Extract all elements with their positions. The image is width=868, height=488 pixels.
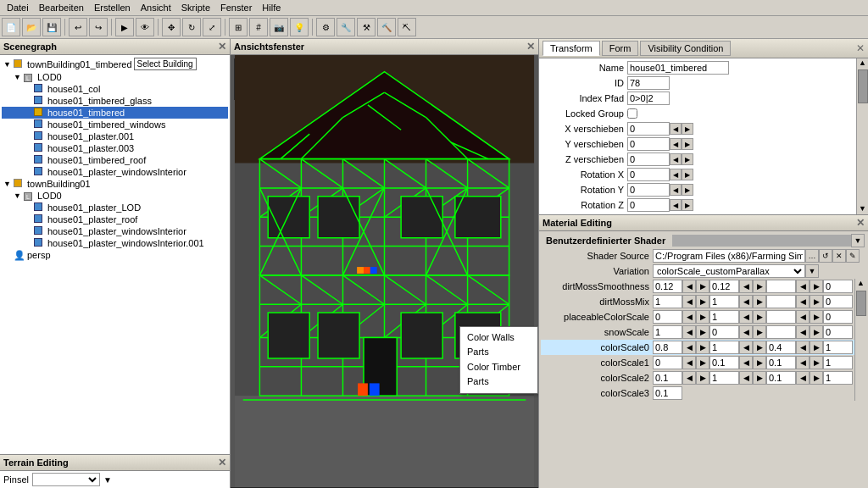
toolbar-camera[interactable]: 📷	[270, 18, 288, 36]
attr-input-name[interactable]	[627, 61, 729, 75]
mat-v3-dirt-smooth[interactable]	[766, 280, 796, 293]
mat-variation-dropdown[interactable]: colorScale_customParallax	[653, 264, 805, 278]
mat-v3-colorscale0[interactable]	[766, 341, 796, 354]
mat-arr7-l1[interactable]: ◀	[682, 371, 696, 385]
mat-arr5-l1[interactable]: ◀	[682, 341, 696, 354]
scroll-thumb[interactable]	[858, 69, 868, 103]
attr-input-z[interactable]	[627, 152, 670, 166]
mat-arr3-l3[interactable]: ◀	[796, 310, 810, 324]
mat-arr3-r3[interactable]: ▶	[810, 310, 823, 324]
tree-item-townBuilding01[interactable]: ▼ townBuilding01	[2, 178, 228, 190]
tab-form[interactable]: Form	[602, 41, 639, 56]
tree-item-house01_timbered_windows[interactable]: house01_timbered_windows	[2, 119, 228, 130]
attr-input-x[interactable]	[627, 122, 670, 136]
mat-arr6-r2[interactable]: ▶	[753, 356, 766, 369]
mat-arr-r3[interactable]: ▶	[810, 280, 823, 293]
attr-arrow-z-left[interactable]: ◀	[670, 153, 682, 165]
attr-arrow-rx-right[interactable]: ▶	[682, 169, 693, 180]
expand-icon[interactable]: ▼	[3, 60, 14, 69]
attr-checkbox-locked[interactable]	[627, 108, 637, 119]
mat-arr2-r3[interactable]: ▶	[810, 295, 823, 308]
attr-input-rx[interactable]	[627, 168, 670, 181]
tree-item-house01_timbered_roof[interactable]: house01_timbered_roof	[2, 154, 228, 166]
mat-v3-snow[interactable]	[766, 325, 796, 339]
mat-arr7-r2[interactable]: ▶	[753, 371, 766, 385]
attr-arrow-ry-right[interactable]: ▶	[682, 184, 693, 196]
mat-arr7-l3[interactable]: ◀	[796, 371, 810, 385]
scenegraph-close[interactable]: ✕	[218, 41, 226, 53]
toolbar-extra1[interactable]: ⚙	[316, 18, 335, 36]
mat-v4-colorscale2[interactable]	[823, 371, 853, 385]
mat-arr5-l3[interactable]: ◀	[796, 341, 810, 354]
mat-arr4-r2[interactable]: ▶	[753, 325, 766, 339]
material-scrollbar[interactable]: ▲	[854, 279, 866, 401]
mat-dropdown-btn[interactable]: ▼	[851, 234, 865, 247]
toolbar-open[interactable]: 📂	[22, 18, 41, 36]
mat-arr5-r3[interactable]: ▶	[810, 341, 823, 354]
menu-fenster[interactable]: Fenster	[215, 1, 257, 14]
menu-ansicht[interactable]: Ansicht	[136, 1, 176, 14]
mat-v3-colorscale1[interactable]	[766, 356, 796, 369]
mat-v4-dirt-mix[interactable]	[823, 295, 853, 308]
mat-v2-snow[interactable]	[709, 325, 739, 339]
toolbar-extra3[interactable]: ⚒	[357, 18, 376, 36]
tree-item-lod0-1[interactable]: ▼ L LOD0	[2, 71, 228, 83]
mat-arr4-l3[interactable]: ◀	[796, 325, 810, 339]
menu-hilfe[interactable]: Hilfe	[257, 1, 286, 14]
mat-arr3-l1[interactable]: ◀	[682, 310, 696, 324]
tree-item-house01_plaster003[interactable]: house01_plaster.003	[2, 142, 228, 154]
mat-v1-placeable[interactable]	[653, 310, 682, 324]
tree-item-persp[interactable]: 👤 persp	[2, 249, 228, 261]
mat-v2-colorscale0[interactable]	[709, 341, 739, 354]
mat-variation-arrow[interactable]: ▼	[805, 264, 819, 278]
tree-item-house01_plaster_windowsInterior[interactable]: house01_plaster_windowsInterior	[2, 166, 228, 178]
toolbar-extra5[interactable]: ⛏	[398, 18, 416, 36]
tree-item-house01_plaster_windowsInterior001[interactable]: house01_plaster_windowsInterior.001	[2, 237, 228, 249]
tree-item-lod0-2[interactable]: ▼ L LOD0	[2, 190, 228, 202]
mat-scroll-up[interactable]: ▲	[857, 279, 865, 289]
mat-arr3-r2[interactable]: ▶	[753, 310, 766, 324]
pinsel-dropdown[interactable]	[32, 473, 100, 486]
attr-input-ry[interactable]	[627, 183, 670, 197]
terrain-close[interactable]: ✕	[218, 457, 226, 469]
toolbar-undo[interactable]: ↩	[69, 18, 87, 36]
menu-erstellen[interactable]: Erstellen	[89, 1, 136, 14]
mat-v1-snow[interactable]	[653, 325, 682, 339]
mat-v1-colorscale1[interactable]	[653, 356, 682, 369]
mat-v1-dirt-mix[interactable]	[653, 295, 682, 308]
material-close[interactable]: ✕	[856, 217, 865, 229]
toolbar-snap[interactable]: ⊞	[229, 18, 248, 36]
mat-v1-colorscale0[interactable]	[653, 341, 682, 354]
toolbar-redo[interactable]: ↪	[89, 18, 108, 36]
mat-arr2-l2[interactable]: ◀	[739, 295, 753, 308]
mat-v4-colorscale0[interactable]	[823, 341, 853, 354]
toolbar-rotate[interactable]: ↻	[182, 18, 201, 36]
mat-arr-r1[interactable]: ▶	[696, 280, 709, 293]
mat-arr5-r1[interactable]: ▶	[696, 341, 709, 354]
scroll-up[interactable]: ▲	[859, 58, 866, 69]
mat-v2-dirt-smooth[interactable]	[709, 280, 739, 293]
mat-arr6-r1[interactable]: ▶	[696, 356, 709, 369]
attribute-close[interactable]: ✕	[856, 42, 865, 54]
mat-arr5-r2[interactable]: ▶	[753, 341, 766, 354]
tree-area[interactable]: ▼ townBuilding01_timbered Select Buildin…	[0, 55, 230, 454]
mat-v2-placeable[interactable]	[709, 310, 739, 324]
mat-v2-dirt-mix[interactable]	[709, 295, 739, 308]
mat-arr7-l2[interactable]: ◀	[739, 371, 753, 385]
mat-arr-l2[interactable]: ◀	[739, 280, 753, 293]
toolbar-scale[interactable]: ⤢	[203, 18, 221, 36]
mat-arr6-r3[interactable]: ▶	[810, 356, 823, 369]
mat-v4-placeable[interactable]	[823, 310, 853, 324]
attr-arrow-z-right[interactable]: ▶	[682, 153, 693, 165]
mat-arr3-l2[interactable]: ◀	[739, 310, 753, 324]
expand-icon[interactable]: ▼	[3, 180, 14, 188]
mat-arr5-l2[interactable]: ◀	[739, 341, 753, 354]
toolbar-eye[interactable]: 👁	[136, 18, 154, 36]
mat-arr-l1[interactable]: ◀	[682, 280, 696, 293]
mat-arr4-r3[interactable]: ▶	[810, 325, 823, 339]
attr-arrow-rz-right[interactable]: ▶	[682, 199, 693, 211]
mat-v4-dirt-smooth[interactable]	[823, 280, 853, 293]
attr-arrow-rx-left[interactable]: ◀	[670, 169, 682, 180]
attr-arrow-y-left[interactable]: ◀	[670, 138, 682, 150]
mat-v4-snow[interactable]	[823, 325, 853, 339]
